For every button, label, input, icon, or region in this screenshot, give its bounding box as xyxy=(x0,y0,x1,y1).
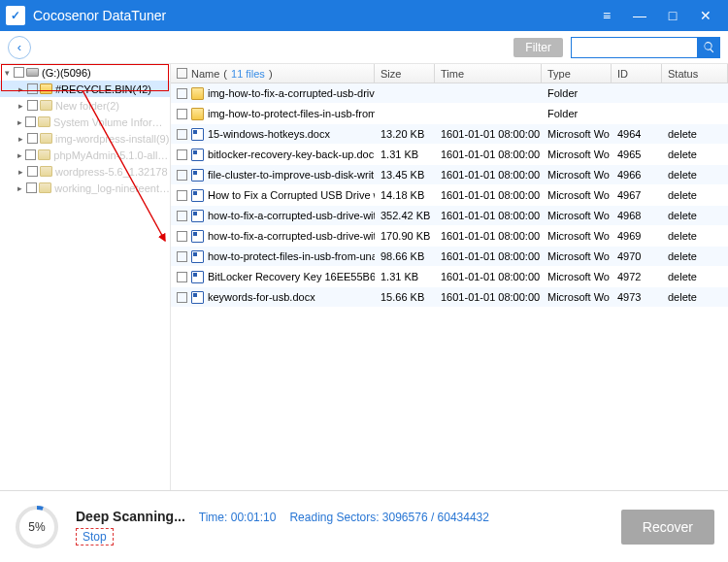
file-type: Microsoft Wo xyxy=(542,291,612,303)
file-checkbox[interactable] xyxy=(177,211,187,221)
recover-button[interactable]: Recover xyxy=(621,510,714,545)
file-type: Folder xyxy=(542,108,612,119)
expand-icon[interactable]: ▸ xyxy=(16,183,24,193)
file-size: 98.66 KB xyxy=(375,250,435,262)
folder-icon xyxy=(38,149,50,160)
file-id: 4964 xyxy=(612,128,662,140)
file-size: 170.90 KB xyxy=(375,230,435,242)
file-checkbox[interactable] xyxy=(177,292,187,303)
file-name: BitLocker Recovery Key 16EE55B6-7E65-419… xyxy=(208,271,375,282)
col-id[interactable]: ID xyxy=(612,64,662,83)
expand-icon[interactable]: ▸ xyxy=(16,117,23,127)
tree-checkbox[interactable] xyxy=(27,166,38,177)
file-id: 4969 xyxy=(612,230,662,242)
search-icon xyxy=(703,41,715,53)
search-button[interactable] xyxy=(697,37,720,58)
menu-icon[interactable]: ≡ xyxy=(590,0,623,31)
expand-icon[interactable]: ▸ xyxy=(16,150,23,160)
file-row[interactable]: keywords-for-usb.docx15.66 KB1601-01-01 … xyxy=(171,287,728,308)
file-id: 4972 xyxy=(612,271,662,282)
select-all-checkbox[interactable] xyxy=(177,68,187,79)
col-name[interactable]: Name ( 11 files ) xyxy=(171,64,375,83)
file-row[interactable]: How to Fix a Corrupted USB Drive without… xyxy=(171,185,728,206)
tree-item[interactable]: ▸System Volume Information(2) xyxy=(0,114,170,130)
file-size: 14.18 KB xyxy=(375,189,435,201)
tree-item[interactable]: ▾(G:)(5096) xyxy=(0,64,170,81)
file-row[interactable]: how-to-fix-a-corrupted-usb-drive-without… xyxy=(171,206,728,226)
tree-checkbox[interactable] xyxy=(27,133,38,144)
col-time[interactable]: Time xyxy=(435,64,542,83)
file-time: 1601-01-01 08:00:00 xyxy=(435,291,542,303)
file-name: how-to-fix-a-corrupted-usb-drive-without… xyxy=(208,230,375,242)
file-row[interactable]: how-to-protect-files-in-usb-from-unautho… xyxy=(171,247,728,267)
tree-checkbox[interactable] xyxy=(25,116,36,127)
expand-icon[interactable]: ▾ xyxy=(2,68,12,78)
file-row[interactable]: BitLocker Recovery Key 16EE55B6-7E65-419… xyxy=(171,267,728,287)
maximize-button[interactable]: □ xyxy=(656,0,689,31)
file-checkbox[interactable] xyxy=(177,149,187,160)
file-size: 1.31 KB xyxy=(375,271,435,282)
col-size[interactable]: Size xyxy=(375,64,435,83)
file-checkbox[interactable] xyxy=(177,251,187,262)
app-title: Cocosenor DataTuner xyxy=(33,8,166,23)
file-checkbox[interactable] xyxy=(177,190,187,201)
expand-icon[interactable]: ▸ xyxy=(16,101,25,111)
file-checkbox[interactable] xyxy=(177,170,187,181)
document-icon xyxy=(191,149,204,161)
app-logo-icon: ✓ xyxy=(6,6,25,25)
tree-checkbox[interactable] xyxy=(26,182,37,193)
file-name: how-to-protect-files-in-usb-from-unautho… xyxy=(208,250,375,262)
tree-checkbox[interactable] xyxy=(27,83,38,94)
file-status: delete xyxy=(662,271,728,282)
file-list: Name ( 11 files ) Size Time Type ID Stat… xyxy=(171,64,728,490)
status-bar: 5% Deep Scanning... Time: 00:01:10 Readi… xyxy=(0,490,728,562)
filter-button[interactable]: Filter xyxy=(513,38,563,57)
file-checkbox[interactable] xyxy=(177,129,187,140)
tree-checkbox[interactable] xyxy=(25,149,36,160)
file-checkbox[interactable] xyxy=(177,109,187,119)
tree-item[interactable]: ▸New folder(2) xyxy=(0,97,170,114)
drive-icon xyxy=(26,68,39,77)
col-name-label: Name xyxy=(191,68,219,80)
file-name: img-how-to-protect-files-in-usb-from-bei… xyxy=(208,108,375,119)
file-row[interactable]: img-how-to-protect-files-in-usb-from-bei… xyxy=(171,104,728,124)
folder-icon xyxy=(191,108,204,120)
file-name: 15-windows-hotkeys.docx xyxy=(208,128,330,140)
tree-checkbox[interactable] xyxy=(14,67,24,78)
expand-icon[interactable]: ▸ xyxy=(16,84,25,94)
close-button[interactable]: ✕ xyxy=(689,0,722,31)
expand-icon[interactable]: ▸ xyxy=(16,167,25,177)
file-status: delete xyxy=(662,210,728,221)
file-row[interactable]: how-to-fix-a-corrupted-usb-drive-without… xyxy=(171,226,728,247)
tree-item[interactable]: ▸wordpress-5.6_1.32178 xyxy=(0,163,170,180)
stop-button[interactable]: Stop xyxy=(76,528,114,545)
tree-item-label: phpMyAdmin-5.1.0-all-langua xyxy=(53,149,170,161)
file-checkbox[interactable] xyxy=(177,231,187,242)
file-size: 13.20 KB xyxy=(375,128,435,140)
minimize-button[interactable]: — xyxy=(623,0,656,31)
tree-checkbox[interactable] xyxy=(27,100,38,111)
tree-item-label: (G:)(5096) xyxy=(42,67,91,79)
tree-item[interactable]: ▸phpMyAdmin-5.1.0-all-langua xyxy=(0,147,170,163)
file-row[interactable]: file-cluster-to-improve-usb-disk-writing… xyxy=(171,165,728,185)
file-time: 1601-01-01 08:00:00 xyxy=(435,128,542,140)
search-input[interactable] xyxy=(571,37,697,58)
file-row[interactable]: 15-windows-hotkeys.docx13.20 KB1601-01-0… xyxy=(171,124,728,145)
file-status: delete xyxy=(662,250,728,262)
file-type: Microsoft Wo xyxy=(542,271,612,282)
col-status[interactable]: Status xyxy=(662,64,728,83)
col-type[interactable]: Type xyxy=(542,64,612,83)
file-checkbox[interactable] xyxy=(177,88,187,99)
title-bar: ✓ Cocosenor DataTuner ≡ — □ ✕ xyxy=(0,0,728,31)
tree-item[interactable]: ▸working_log-nineteenth(6) xyxy=(0,180,170,196)
file-row[interactable]: img-how-to-fix-a-corrupted-usb-drive-wit… xyxy=(171,83,728,104)
tree-item[interactable]: ▸#RECYCLE.BIN(42) xyxy=(0,81,170,97)
file-row[interactable]: bitlocker-recovery-key-back-up.doc1.31 K… xyxy=(171,145,728,165)
expand-icon[interactable]: ▸ xyxy=(16,134,25,144)
back-button[interactable]: ‹ xyxy=(8,36,31,59)
main-area: ▾(G:)(5096)▸#RECYCLE.BIN(42)▸New folder(… xyxy=(0,64,728,490)
file-status: delete xyxy=(662,128,728,140)
tree-item[interactable]: ▸img-wordpress-install(9) xyxy=(0,130,170,147)
file-checkbox[interactable] xyxy=(177,272,187,282)
scanning-label: Deep Scanning... xyxy=(76,509,185,524)
